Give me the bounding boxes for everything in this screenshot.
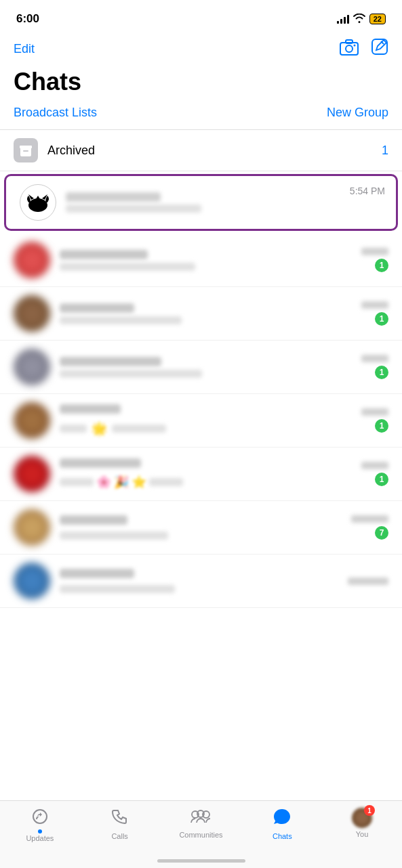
row-content — [60, 250, 352, 271]
row-preview2 — [112, 425, 166, 433]
row-meta: 1 — [361, 248, 388, 272]
nav-you[interactable]: 1 You — [342, 808, 382, 838]
list-item[interactable]: 🌟 1 — [0, 394, 402, 448]
list-item[interactable]: 🌸 🎉 ⭐ 1 — [0, 448, 402, 501]
row-time — [361, 355, 388, 362]
row-preview — [60, 478, 94, 486]
row-time — [361, 408, 388, 416]
svg-rect-5 — [20, 146, 32, 148]
unread-badge: 1 — [375, 312, 388, 326]
chats-icon — [273, 808, 292, 830]
unread-badge: 1 — [375, 419, 388, 433]
toolbar-actions — [340, 38, 388, 60]
list-item[interactable]: 1 — [0, 341, 402, 394]
archived-count: 1 — [382, 144, 388, 158]
row-name — [60, 515, 127, 525]
archived-label: Archived — [47, 144, 372, 158]
archived-row[interactable]: Archived 1 — [0, 130, 402, 171]
row-content — [60, 569, 338, 593]
camera-icon[interactable] — [340, 38, 359, 60]
communities-icon — [190, 808, 212, 829]
row-meta: 7 — [351, 515, 388, 540]
row-meta: 1 — [361, 301, 388, 326]
row-content — [60, 357, 352, 378]
chat-preview-blur — [66, 204, 201, 213]
updates-label: Updates — [26, 834, 54, 842]
svg-point-6 — [28, 198, 47, 212]
status-bar: 6:00 22 — [0, 0, 402, 34]
chat-time: 5:54 PM — [350, 186, 385, 196]
row-time — [351, 515, 388, 523]
row-preview — [60, 531, 168, 540]
unread-badge: 7 — [375, 526, 388, 540]
row-content: 🌟 — [60, 404, 352, 437]
row-time — [361, 248, 388, 255]
chat-info — [66, 192, 382, 213]
new-group-link[interactable]: New Group — [327, 106, 388, 120]
avatar — [14, 295, 50, 332]
list-item[interactable]: 1 — [0, 287, 402, 341]
svg-rect-0 — [340, 43, 358, 55]
row-name — [60, 458, 141, 468]
unread-badge: 1 — [375, 259, 388, 272]
archive-icon — [14, 138, 38, 162]
chat-list: 1 1 1 🌟 — [0, 234, 402, 608]
section-links: Broadcast Lists New Group — [0, 103, 402, 129]
nav-communities[interactable]: Communities — [179, 808, 222, 839]
calls-icon — [111, 808, 129, 830]
avatar — [14, 402, 50, 439]
unread-badge: 1 — [375, 366, 388, 379]
toolbar: Edit — [0, 34, 402, 65]
svg-point-3 — [354, 45, 356, 47]
row-meta — [348, 578, 388, 585]
row-meta: 1 — [361, 462, 388, 486]
batman-avatar — [20, 184, 56, 221]
updates-icon — [31, 808, 49, 830]
nav-calls[interactable]: Calls — [100, 808, 140, 840]
compose-icon[interactable] — [371, 38, 388, 60]
row-preview — [60, 585, 175, 593]
updates-dot — [38, 829, 42, 833]
row-meta: 1 — [361, 408, 388, 433]
row-name — [60, 569, 134, 578]
battery-indicator: 22 — [369, 14, 386, 24]
svg-rect-2 — [346, 40, 353, 43]
chats-label: Chats — [273, 832, 292, 840]
page-title: Chats — [0, 65, 402, 103]
row-content — [60, 515, 342, 540]
avatar — [14, 349, 50, 385]
broadcast-lists-link[interactable]: Broadcast Lists — [14, 106, 97, 120]
status-icons: 22 — [337, 14, 386, 25]
row-time — [348, 578, 388, 585]
row-name — [60, 357, 161, 366]
row-content — [60, 303, 352, 324]
row-preview2 — [149, 478, 183, 486]
avatar — [14, 242, 50, 278]
calls-label: Calls — [111, 832, 127, 840]
edit-button[interactable]: Edit — [14, 42, 35, 56]
row-preview — [60, 316, 182, 324]
row-meta: 1 — [361, 355, 388, 379]
you-badge: 1 — [364, 805, 375, 816]
list-item[interactable] — [0, 555, 402, 608]
home-indicator — [157, 859, 245, 863]
svg-point-1 — [346, 45, 353, 52]
list-item[interactable]: 7 — [0, 501, 402, 555]
row-name — [60, 404, 121, 414]
row-preview — [60, 425, 87, 433]
bottom-nav: Updates Calls Communities Chats — [0, 800, 402, 868]
you-avatar-container: 1 — [352, 808, 372, 828]
row-preview — [60, 370, 202, 378]
avatar — [14, 509, 50, 546]
nav-updates[interactable]: Updates — [20, 808, 60, 842]
row-content: 🌸 🎉 ⭐ — [60, 458, 352, 490]
avatar — [14, 456, 50, 492]
you-label: You — [356, 830, 369, 838]
row-name — [60, 303, 134, 313]
signal-icon — [337, 14, 349, 24]
highlighted-chat-row[interactable]: 5:54 PM — [4, 174, 398, 231]
nav-chats[interactable]: Chats — [262, 808, 302, 840]
row-time — [361, 462, 388, 469]
wifi-icon — [353, 14, 365, 25]
list-item[interactable]: 1 — [0, 234, 402, 287]
